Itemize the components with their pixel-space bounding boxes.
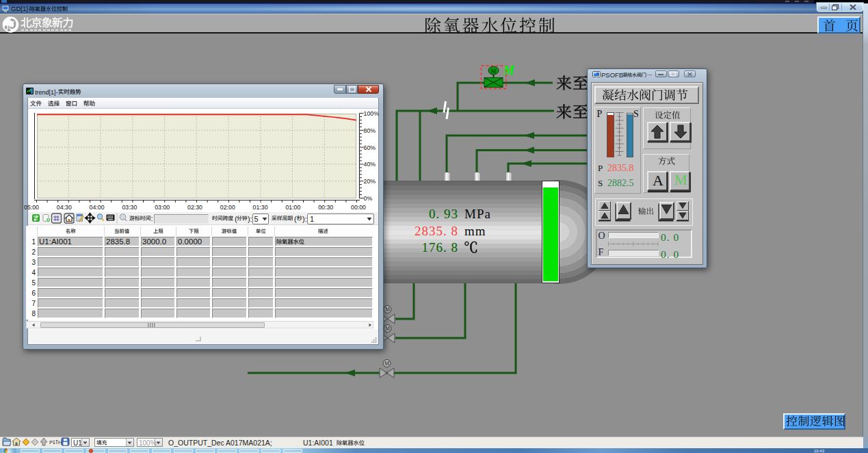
svg-text:P: P xyxy=(49,439,53,445)
